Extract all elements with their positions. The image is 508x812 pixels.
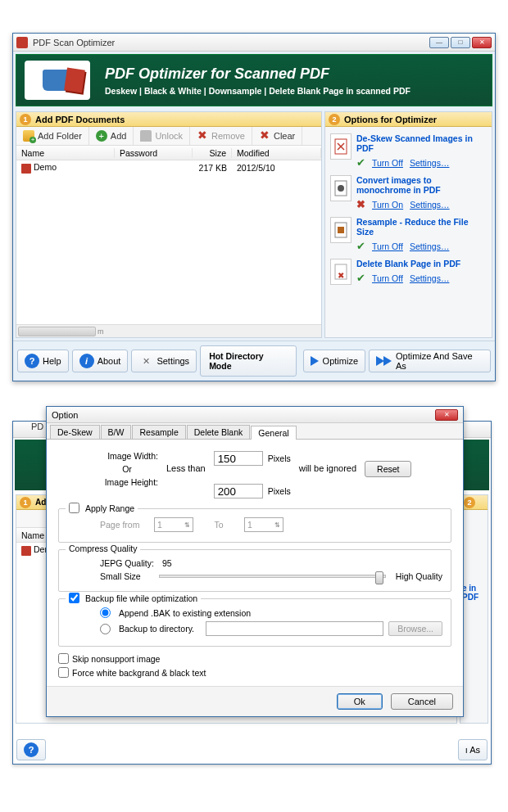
image-width-input[interactable] bbox=[214, 451, 263, 466]
dialog-title-bar[interactable]: Option ✕ bbox=[47, 407, 463, 423]
resample-settings[interactable]: Settings… bbox=[410, 241, 449, 251]
tab-resample[interactable]: Resample bbox=[132, 425, 185, 439]
lock-icon bbox=[140, 130, 152, 142]
window-title: PDF Scan Optimizer bbox=[33, 38, 429, 47]
title-bar[interactable]: PDF Scan Optimizer ― □ ✕ bbox=[13, 34, 495, 52]
blank-toggle[interactable]: Turn Off bbox=[372, 273, 403, 283]
grid-header: Name Password Size Modified bbox=[16, 146, 321, 160]
page-to-input[interactable]: 1 bbox=[244, 517, 283, 532]
options-dialog: Option ✕ De-Skew B/W Resample Delete Bla… bbox=[46, 406, 464, 717]
apply-range-checkbox[interactable] bbox=[69, 503, 79, 513]
settings-button[interactable]: ✕Settings bbox=[131, 350, 197, 372]
backup-dir-input[interactable] bbox=[206, 621, 383, 636]
col-name[interactable]: Name bbox=[16, 148, 115, 158]
backup-dir-radio[interactable] bbox=[100, 624, 111, 634]
folder-plus-icon bbox=[23, 130, 34, 142]
tab-bw[interactable]: B/W bbox=[101, 425, 132, 439]
option-delete-blank: ✖ Delete Blank Page in PDF ✔ Turn Off Se… bbox=[330, 259, 487, 285]
blank-settings[interactable]: Settings… bbox=[410, 273, 449, 283]
dialog-footer: Ok Cancel bbox=[47, 686, 463, 716]
option-resample: Resample - Reduce the File Size ✔ Turn O… bbox=[330, 217, 487, 252]
play-icon bbox=[311, 356, 319, 366]
quality-slider[interactable] bbox=[159, 575, 386, 578]
skip-nonsupport-checkbox[interactable] bbox=[58, 653, 69, 664]
remove-button[interactable]: ✖Remove bbox=[190, 127, 252, 145]
horizontal-scrollbar[interactable]: m bbox=[16, 324, 321, 337]
banner-subheading: Deskew | Black & White | Downsample | De… bbox=[105, 86, 410, 96]
delete-blank-icon: ✖ bbox=[330, 259, 352, 285]
optimize-button[interactable]: Optimize bbox=[303, 350, 365, 372]
ok-button[interactable]: Ok bbox=[337, 693, 383, 710]
backup-checkbox[interactable] bbox=[69, 593, 79, 603]
monochrome-icon bbox=[330, 175, 352, 201]
add-folder-button[interactable]: Add Folder bbox=[16, 127, 89, 145]
dialog-title: Option bbox=[52, 410, 435, 420]
svg-rect-4 bbox=[338, 227, 344, 233]
cancel-button[interactable]: Cancel bbox=[391, 693, 453, 710]
about-button[interactable]: iAbout bbox=[72, 350, 129, 372]
dialog-close-button[interactable]: ✕ bbox=[435, 409, 458, 421]
info-icon: i bbox=[79, 354, 94, 368]
tab-deskew[interactable]: De-Skew bbox=[50, 425, 100, 439]
mono-settings[interactable]: Settings… bbox=[410, 200, 449, 210]
svg-text:✖: ✖ bbox=[338, 271, 344, 280]
help-button[interactable]: ?Help bbox=[17, 350, 69, 372]
ignored-label: will be ignored bbox=[299, 463, 356, 473]
clear-button[interactable]: ✖Clear bbox=[252, 127, 302, 145]
add-button[interactable]: Add bbox=[89, 127, 134, 145]
documents-toolbar: Add Folder Add Unlock ✖Remove ✖Clear bbox=[16, 127, 321, 146]
plus-icon bbox=[96, 130, 107, 142]
tab-general[interactable]: General bbox=[251, 426, 296, 440]
mono-toggle[interactable]: Turn On bbox=[372, 200, 403, 210]
maximize-button[interactable]: □ bbox=[451, 37, 470, 48]
pdf-icon bbox=[21, 164, 31, 174]
documents-panel: 1Add PDF Documents Add Folder Add Unlock… bbox=[16, 111, 322, 338]
force-white-checkbox[interactable] bbox=[58, 667, 69, 678]
play-icon bbox=[383, 356, 392, 366]
reset-button[interactable]: Reset bbox=[365, 461, 411, 477]
compress-quality-group: Compress Quality JEPG Quality: 95 Small … bbox=[58, 549, 451, 592]
image-height-input[interactable] bbox=[214, 484, 263, 498]
apply-range-group: Apply Range Page from 1 To 1 bbox=[58, 508, 451, 543]
clear-icon: ✖ bbox=[259, 130, 270, 142]
dialog-body: Image Width: Or Image Height: Less than … bbox=[47, 440, 463, 686]
check-icon: ✔ bbox=[356, 240, 365, 252]
check-icon: ✔ bbox=[356, 156, 365, 169]
unlock-button[interactable]: Unlock bbox=[134, 127, 190, 145]
table-row[interactable]: Demo 217 KB 2012/5/10 bbox=[16, 160, 321, 175]
resample-toggle[interactable]: Turn Off bbox=[372, 241, 403, 251]
check-icon: ✔ bbox=[356, 272, 365, 284]
jpeg-quality-label: JEPG Quality: bbox=[100, 558, 157, 568]
x-icon: ✖ bbox=[356, 198, 365, 210]
page-from-input[interactable]: 1 bbox=[154, 517, 193, 532]
tabs: De-Skew B/W Resample Delete Blank Genera… bbox=[47, 423, 463, 440]
deskew-toggle[interactable]: Turn Off bbox=[372, 158, 403, 168]
grid-body[interactable]: Demo 217 KB 2012/5/10 bbox=[16, 160, 321, 324]
footer-toolbar: ?Help iAbout ✕Settings Hot Directory Mod… bbox=[13, 341, 495, 381]
optimize-save-as-button[interactable]: Optimize And Save As bbox=[369, 350, 491, 372]
banner: PDF Optimizer for Scanned PDF Deskew | B… bbox=[16, 54, 492, 106]
close-button[interactable]: ✕ bbox=[472, 37, 492, 48]
scroll-thumb[interactable] bbox=[18, 327, 96, 336]
gear-icon: ✕ bbox=[138, 354, 153, 368]
col-modified[interactable]: Modified bbox=[232, 148, 321, 158]
minimize-button[interactable]: ― bbox=[429, 37, 449, 48]
append-bak-radio[interactable] bbox=[100, 607, 111, 618]
image-width-label: Image Width: bbox=[96, 451, 158, 461]
col-size[interactable]: Size bbox=[193, 148, 232, 158]
deskew-settings[interactable]: Settings… bbox=[410, 158, 449, 168]
documents-header: 1Add PDF Documents bbox=[16, 112, 321, 127]
jpeg-quality-value: 95 bbox=[162, 558, 172, 568]
resample-icon bbox=[330, 217, 352, 243]
browse-button[interactable]: Browse... bbox=[388, 621, 442, 636]
tab-delete-blank[interactable]: Delete Blank bbox=[187, 425, 251, 439]
svg-point-2 bbox=[338, 185, 344, 192]
main-window: PDF Scan Optimizer ― □ ✕ PDF Optimizer f… bbox=[12, 33, 496, 381]
help-icon: ? bbox=[25, 354, 39, 368]
hot-directory-button[interactable]: Hot Directory Mode bbox=[200, 345, 296, 377]
or-label: Or bbox=[96, 464, 158, 474]
banner-scanner-icon bbox=[25, 61, 90, 100]
banner-heading: PDF Optimizer for Scanned PDF bbox=[105, 65, 410, 83]
col-password[interactable]: Password bbox=[115, 148, 193, 158]
backup-group: Backup file while optimization Append .B… bbox=[58, 598, 451, 647]
